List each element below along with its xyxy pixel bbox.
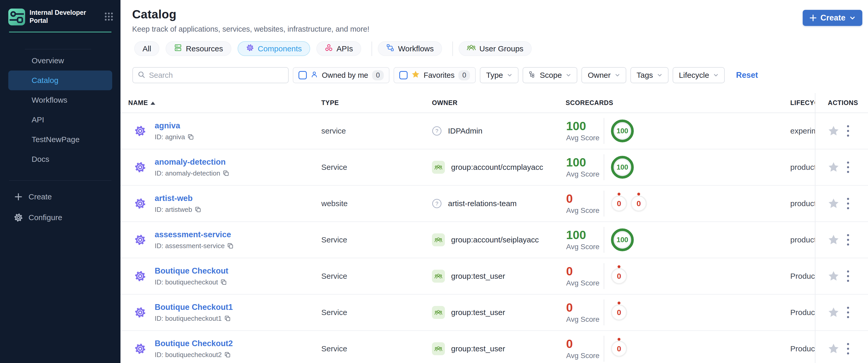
scorecards-divider [604, 227, 604, 253]
component-name-link[interactable]: agniva [155, 121, 180, 130]
component-name-link[interactable]: artist-web [155, 194, 192, 203]
column-header-scorecards: SCORECARDS [566, 99, 790, 107]
scorecard-badge: 100 [611, 156, 634, 179]
lifecycle-value: production [790, 163, 815, 171]
column-header-name[interactable]: NAME [121, 99, 321, 107]
tab-workflows[interactable]: Workflows [378, 41, 442, 56]
scope-dropdown[interactable]: Scope [523, 67, 577, 83]
copy-icon[interactable] [188, 134, 194, 140]
favorite-star-icon[interactable] [828, 198, 839, 209]
search-box [132, 67, 289, 83]
svg-text:?: ? [435, 201, 438, 206]
avg-score-block: 100 Avg Score [566, 120, 604, 142]
name-cell: anomaly-detection ID: anomaly-detection [121, 157, 321, 177]
sidebar-item-workflows[interactable]: Workflows [8, 90, 112, 110]
favorite-star-icon[interactable] [828, 343, 839, 355]
component-gear-icon [134, 125, 146, 137]
scope-dropdown-label: Scope [540, 71, 562, 80]
tab-user-groups[interactable]: User Groups [459, 41, 532, 56]
kebab-menu-icon[interactable] [845, 160, 850, 175]
sidebar-item-docs[interactable]: Docs [8, 149, 112, 169]
chevron-down-icon [849, 15, 856, 21]
owner-value: IDPAdmin [448, 126, 483, 135]
component-name-link[interactable]: Boutique Checkout1 [155, 303, 233, 312]
sidebar-configure-label: Configure [29, 213, 62, 222]
sidebar-create-button[interactable]: Create [0, 186, 121, 207]
avg-score-value: 100 [566, 156, 604, 169]
sidebar-configure-button[interactable]: Configure [0, 207, 121, 228]
favorite-star-icon[interactable] [828, 234, 839, 246]
user-groups-icon [467, 44, 476, 53]
sidebar-item-testnewpage[interactable]: TestNewPage [8, 130, 112, 149]
tab-apis[interactable]: APIs [316, 41, 361, 56]
tab-user-groups-label: User Groups [479, 44, 523, 53]
type-value: service [321, 126, 346, 135]
copy-icon[interactable] [224, 315, 230, 322]
favorite-star-icon[interactable] [828, 270, 839, 282]
page-title: Catalog [132, 7, 868, 21]
sidebar-nav: Overview Catalog Workflows API TestNewPa… [0, 51, 121, 169]
kebab-menu-icon[interactable] [845, 124, 850, 138]
sidebar-create-label: Create [29, 192, 52, 201]
main-content: Catalog Keep track of applications, serv… [121, 0, 868, 363]
tab-resources[interactable]: Resources [165, 41, 231, 56]
sidebar-footer: Create Configure [0, 186, 121, 228]
type-dropdown[interactable]: Type [480, 67, 519, 83]
owned-by-me-checkbox[interactable] [299, 71, 307, 79]
copy-icon[interactable] [195, 206, 201, 213]
favorite-star-icon[interactable] [828, 307, 839, 318]
owned-by-me-filter[interactable]: Owned by me 0 [293, 67, 390, 83]
component-name-link[interactable]: Boutique Checkout [155, 266, 228, 275]
lifecycle-cell: production [790, 163, 815, 172]
avg-score-label: Avg Score [566, 279, 604, 287]
sidebar-item-catalog[interactable]: Catalog [8, 70, 112, 90]
star-icon [411, 70, 420, 80]
reset-filters-link[interactable]: Reset [736, 70, 758, 80]
search-input[interactable] [149, 71, 283, 80]
favorite-star-icon[interactable] [828, 161, 839, 173]
sidebar-item-overview[interactable]: Overview [8, 51, 112, 70]
copy-icon[interactable] [227, 243, 234, 249]
actions-cell [815, 258, 868, 294]
table-row: Boutique Checkout2 ID: boutiquecheckout2… [121, 331, 868, 363]
apps-grid-icon[interactable] [104, 12, 113, 22]
type-dropdown-label: Type [486, 71, 503, 80]
lifecycle-dropdown[interactable]: Lifecycle [673, 67, 725, 83]
avg-score-value: 0 [566, 301, 604, 314]
component-gear-icon [134, 197, 146, 210]
component-id: ID: boutiquecheckout1 [155, 314, 233, 323]
component-name-link[interactable]: assessment-service [155, 230, 231, 239]
component-id: ID: anomaly-detection [155, 169, 229, 177]
kebab-menu-icon[interactable] [845, 269, 850, 283]
kebab-menu-icon[interactable] [845, 305, 850, 320]
scorecards-cell: 100 Avg Score 100 [566, 154, 790, 180]
portal-title: Internal Developer Portal [30, 8, 89, 25]
kebab-menu-icon[interactable] [845, 341, 850, 356]
copy-icon[interactable] [220, 279, 227, 285]
avg-score-value: 0 [566, 338, 604, 350]
scorecard-badge: 0 [611, 268, 627, 284]
favorite-star-icon[interactable] [828, 125, 839, 137]
favorites-checkbox[interactable] [399, 71, 408, 79]
copy-icon[interactable] [223, 170, 229, 176]
avg-score-block: 0 Avg Score [566, 192, 604, 215]
component-name-link[interactable]: Boutique Checkout2 [155, 339, 233, 348]
kebab-menu-icon[interactable] [845, 233, 850, 247]
tags-dropdown[interactable]: Tags [630, 67, 669, 83]
owner-dropdown[interactable]: Owner [582, 67, 626, 83]
favorites-filter[interactable]: Favorites 0 [394, 67, 476, 83]
component-id: ID: boutiquecheckout [155, 278, 228, 286]
tab-all[interactable]: All [134, 41, 159, 56]
component-name-link[interactable]: anomaly-detection [155, 157, 226, 167]
kebab-menu-icon[interactable] [845, 196, 850, 211]
sidebar-item-api[interactable]: API [8, 110, 112, 130]
type-cell: Service [321, 344, 432, 353]
scorecards-cell: 0 Avg Score 0 [566, 336, 790, 362]
name-cell: Boutique Checkout2 ID: boutiquecheckout2 [121, 339, 321, 359]
copy-icon[interactable] [224, 352, 230, 358]
scorecard-badges: 0 [611, 341, 627, 357]
scorecard-badges: 00 [611, 195, 647, 212]
create-button[interactable]: Create [803, 10, 863, 26]
owned-by-me-count: 0 [372, 70, 384, 80]
tab-components[interactable]: Components [238, 41, 310, 56]
